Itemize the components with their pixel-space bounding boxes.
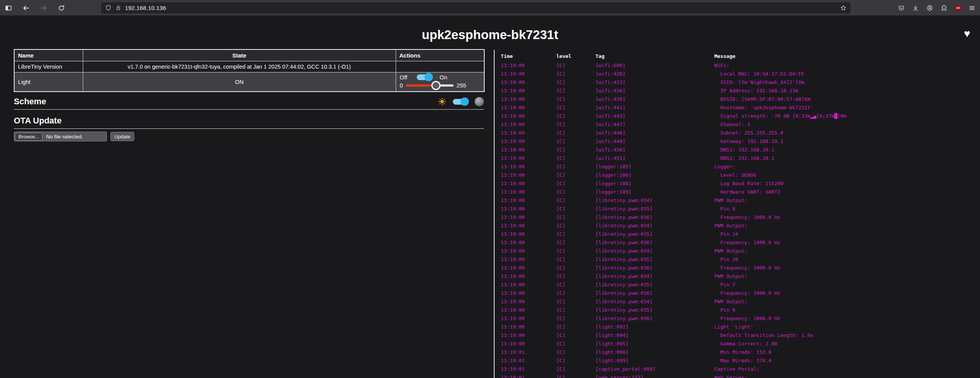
log-time: 13:19:00 xyxy=(501,340,556,348)
browser-toolbar-icons: uO xyxy=(898,0,975,16)
sidebar-toggle-icon[interactable] xyxy=(5,4,12,12)
log-level: [C] xyxy=(556,272,595,281)
log-row: 13:19:00[C][libretiny.pwm:036] Frequency… xyxy=(495,264,979,272)
log-row: 13:19:00[C][libretiny.pwm:035] Pin 26 xyxy=(495,255,979,264)
log-row: 13:19:00[C][wifi:428] Local MAC: 10:5A:1… xyxy=(495,70,979,78)
log-time: 13:19:00 xyxy=(501,205,556,213)
update-button[interactable]: Update xyxy=(110,132,134,141)
extensions-puzzle-icon[interactable] xyxy=(941,5,947,12)
log-level: [C] xyxy=(556,78,595,87)
log-message: Frequency: 1000.0 Hz xyxy=(714,264,979,272)
log-level: [C] xyxy=(556,348,595,357)
log-time: 13:19:00 xyxy=(501,179,556,188)
log-message: Min Mireds: 153.8 xyxy=(714,348,979,357)
menu-hamburger-icon[interactable] xyxy=(968,5,975,12)
log-message: Level: DEBUG xyxy=(714,171,979,179)
log-message: DNS1: 192.168.10.1 xyxy=(714,146,979,154)
light-slider-thumb[interactable] xyxy=(431,81,441,90)
log-level: [C] xyxy=(556,112,595,120)
log-level: [C] xyxy=(556,373,595,378)
url-bar[interactable]: 192.168.10.136 xyxy=(101,2,850,13)
log-message: Hardware UART: UART2 xyxy=(714,188,979,196)
light-toggle-knob[interactable] xyxy=(424,73,433,81)
file-input[interactable]: Browse... No file selected. xyxy=(14,131,107,141)
log-time: 13:19:00 xyxy=(501,297,556,306)
url-text[interactable]: 192.168.10.136 xyxy=(125,5,166,11)
log-level: [C] xyxy=(556,230,595,238)
log-level: [C] xyxy=(556,104,595,112)
log-level: [C] xyxy=(556,281,595,289)
log-tag: [wifi:433] xyxy=(595,78,714,87)
log-time: 13:19:00 xyxy=(501,112,556,120)
light-name-cell: Light xyxy=(14,72,83,92)
log-tag: [wifi:448] xyxy=(595,129,714,137)
log-message: Light 'Light' xyxy=(714,323,979,331)
log-tag: [light:094] xyxy=(595,331,714,340)
log-tag: [libretiny.pwm:036] xyxy=(595,314,714,323)
log-tag: [logger:185] xyxy=(595,163,714,171)
log-time: 13:19:00 xyxy=(501,154,556,163)
log-message: Max Mireds: 370.4 xyxy=(714,357,979,365)
log-tag: [libretiny.pwm:035] xyxy=(595,205,714,213)
log-tag: [libretiny.pwm:035] xyxy=(595,306,714,314)
log-tag: [wifi:449] xyxy=(595,137,714,146)
broken-lock-icon[interactable] xyxy=(115,5,122,11)
ota-heading: OTA Update xyxy=(14,116,62,126)
log-level: [C] xyxy=(556,179,595,188)
log-row: 13:19:00[C][wifi:436] IP Address: 192.16… xyxy=(495,87,979,95)
log-tag: [libretiny.pwm:036] xyxy=(595,238,714,247)
forward-icon[interactable] xyxy=(40,4,48,12)
pocket-icon[interactable] xyxy=(898,5,905,12)
log-tag: [libretiny.pwm:034] xyxy=(595,222,714,230)
scheme-toggle-knob[interactable] xyxy=(460,97,469,106)
log-time: 13:19:00 xyxy=(501,222,556,230)
light-toggle[interactable] xyxy=(417,74,432,80)
shield-icon[interactable] xyxy=(105,5,112,11)
log-tag: [wifi:447] xyxy=(595,120,714,129)
log-level: [C] xyxy=(556,247,595,255)
log-level: [C] xyxy=(556,213,595,222)
log-row: 13:19:00[C][libretiny.pwm:035] Pin 7 xyxy=(495,281,979,289)
log-header-level: level xyxy=(556,52,595,61)
log-message: SSID: [5m'Nighthawk_AX12'[6m xyxy=(714,78,979,87)
log-time: 13:19:00 xyxy=(501,137,556,146)
log-level: [C] xyxy=(556,61,595,70)
log-message: PWM Output: xyxy=(714,272,979,281)
log-time: 13:19:01 xyxy=(501,365,556,373)
log-level: [C] xyxy=(556,120,595,129)
ublock-origin-icon[interactable]: uO xyxy=(955,5,961,11)
log-message: Local MAC: 10:5A:17:D1:D4:FE xyxy=(714,70,979,78)
bookmark-star-icon[interactable] xyxy=(840,5,847,11)
log-row: 13:19:00[C][wifi:433] SSID: [5m'Nighthaw… xyxy=(495,78,979,87)
reload-icon[interactable] xyxy=(58,4,65,12)
log-message: PWM Output: xyxy=(714,297,979,306)
log-level: [C] xyxy=(556,297,595,306)
back-icon[interactable] xyxy=(22,4,30,12)
log-row: 13:19:00[C][logger:189] Hardware UART: U… xyxy=(495,188,979,196)
log-tag: [light:098] xyxy=(595,348,714,357)
light-slider[interactable] xyxy=(406,81,454,90)
log-message: Channel: 1 xyxy=(714,120,979,129)
log-message: Gamma Correct: 2.80 xyxy=(714,340,979,348)
log-time: 13:19:01 xyxy=(501,348,556,357)
log-tag: [libretiny.pwm:034] xyxy=(595,196,714,205)
state-table: Name State Actions LibreTiny Version v1.… xyxy=(14,49,485,92)
log-level: [C] xyxy=(556,163,595,171)
scheme-toggle[interactable] xyxy=(453,99,468,105)
log-tag: [logger:188] xyxy=(595,179,714,188)
log-time: 13:19:00 xyxy=(501,331,556,340)
log-tag: [libretiny.pwm:035] xyxy=(595,255,714,264)
account-icon[interactable] xyxy=(926,5,933,12)
log-row: 13:19:00[C][wifi:448] Subnet: 255.255.25… xyxy=(495,129,979,137)
log-time: 13:19:01 xyxy=(501,357,556,365)
download-icon[interactable] xyxy=(912,5,919,12)
log-message: DNS2: 192.168.10.1 xyxy=(714,154,979,163)
table-row-libretiny-version: LibreTiny Version v1.7.0 on generic-bk72… xyxy=(14,61,484,72)
browse-button[interactable]: Browse... xyxy=(15,133,43,141)
log-message: Web Server: xyxy=(714,373,979,378)
log-time: 13:19:00 xyxy=(501,314,556,323)
log-row: 13:19:00[C][libretiny.pwm:034]PWM Output… xyxy=(495,222,979,230)
log-tag: [logger:186] xyxy=(595,171,714,179)
log-time: 13:19:00 xyxy=(501,129,556,137)
log-time: 13:19:00 xyxy=(501,306,556,314)
